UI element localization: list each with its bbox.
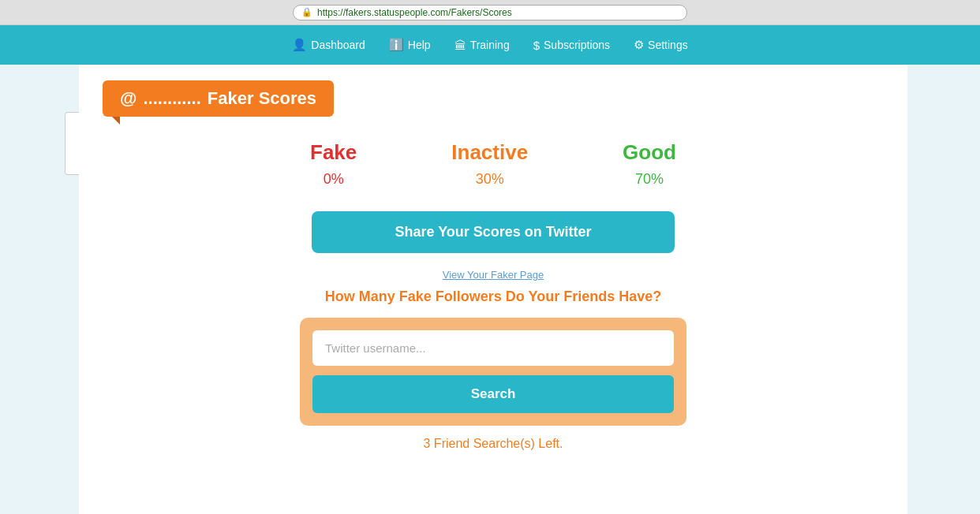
good-label: Good	[623, 140, 676, 165]
settings-icon: ⚙	[634, 38, 644, 52]
nav-settings[interactable]: ⚙ Settings	[634, 38, 688, 52]
nav-subscriptions[interactable]: $ Subscriptions	[533, 39, 610, 52]
navbar: 👤 Dashboard ℹ️ Help 🏛 Training $ Subscri…	[0, 25, 980, 65]
content-area: @ ............ Faker Scores Fake 0% Inac…	[79, 65, 907, 514]
score-fake: Fake 0%	[310, 140, 357, 188]
nav-training-label: Training	[470, 39, 510, 51]
search-section-title: How Many Fake Followers Do Your Friends …	[103, 289, 884, 305]
header-badge-icon: @	[120, 88, 137, 109]
page-header: @ ............ Faker Scores	[103, 80, 884, 117]
nav-dashboard-label: Dashboard	[311, 39, 365, 51]
fake-label: Fake	[310, 140, 357, 165]
inactive-label: Inactive	[451, 140, 528, 165]
right-sidebar	[907, 65, 978, 514]
fake-value: 0%	[310, 171, 357, 188]
sidebar-tab[interactable]	[65, 112, 79, 175]
search-box-container: Search	[300, 318, 686, 426]
good-value: 70%	[623, 171, 676, 188]
nav-help-label: Help	[408, 39, 431, 51]
scores-section: Fake 0% Inactive 30% Good 70%	[103, 140, 884, 188]
help-icon: ℹ️	[389, 38, 404, 52]
header-badge-text: Faker Scores	[208, 88, 316, 109]
header-badge: @ ............ Faker Scores	[103, 80, 334, 117]
main-wrapper: @ ............ Faker Scores Fake 0% Inac…	[0, 65, 980, 514]
header-badge-prefix: ............	[143, 88, 200, 109]
address-bar[interactable]: 🔒 https://fakers.statuspeople.com/Fakers…	[293, 5, 687, 20]
twitter-username-input[interactable]	[312, 330, 674, 366]
browser-chrome: 🔒 https://fakers.statuspeople.com/Fakers…	[0, 0, 980, 25]
nav-dashboard[interactable]: 👤 Dashboard	[292, 38, 365, 52]
nav-help[interactable]: ℹ️ Help	[389, 38, 431, 52]
lock-icon: 🔒	[301, 7, 312, 17]
searches-left: 3 Friend Searche(s) Left.	[103, 437, 884, 451]
score-good: Good 70%	[623, 140, 676, 188]
inactive-value: 30%	[451, 171, 528, 188]
nav-training[interactable]: 🏛 Training	[454, 39, 510, 52]
search-button[interactable]: Search	[312, 375, 674, 413]
nav-subscriptions-label: Subscriptions	[544, 39, 610, 51]
left-sidebar	[0, 65, 79, 514]
view-faker-page-link[interactable]: View Your Faker Page	[103, 269, 884, 281]
nav-settings-label: Settings	[648, 39, 688, 51]
training-icon: 🏛	[454, 39, 466, 52]
subscriptions-icon: $	[533, 39, 540, 52]
score-inactive: Inactive 30%	[451, 140, 528, 188]
dashboard-icon: 👤	[292, 38, 307, 52]
address-url: https://fakers.statuspeople.com/Fakers/S…	[317, 7, 512, 18]
share-twitter-button[interactable]: Share Your Scores on Twitter	[312, 211, 675, 253]
